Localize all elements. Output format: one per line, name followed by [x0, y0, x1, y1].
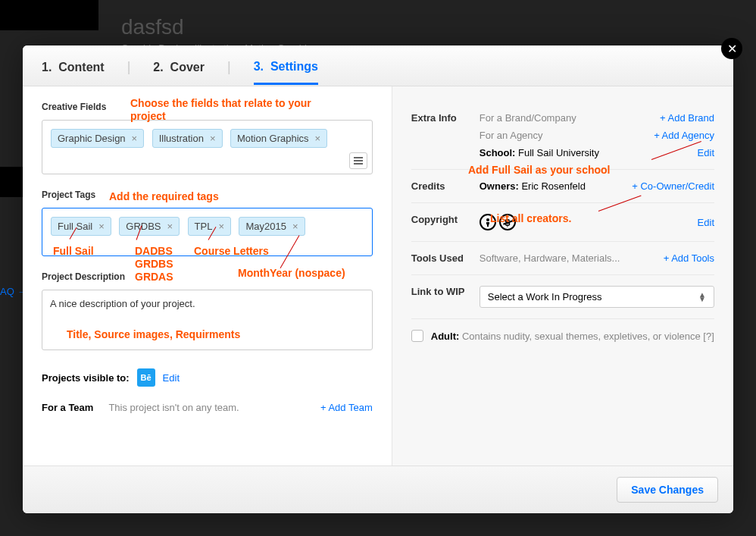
description-input[interactable] — [42, 290, 373, 350]
remove-icon[interactable]: × — [210, 133, 216, 144]
tools-label: Tools Used — [411, 252, 480, 264]
right-column: Extra Info For a Brand/Company + Add Bra… — [392, 86, 733, 465]
team-row: For a Team This project isn't on any tea… — [42, 402, 373, 413]
visible-label: Projects visible to: — [42, 372, 130, 384]
adult-checkbox[interactable] — [411, 330, 423, 342]
tag-motion-graphics[interactable]: Motion Graphics × — [230, 129, 327, 148]
step-separator: | — [227, 59, 231, 75]
remove-icon[interactable]: × — [98, 221, 105, 232]
edit-school-link[interactable]: Edit — [698, 147, 714, 158]
add-credit-link[interactable]: + Co-Owner/Credit — [632, 180, 714, 192]
wip-select[interactable]: Select a Work In Progress ▲▼ — [480, 286, 714, 308]
credits-label: Credits — [411, 180, 480, 192]
team-label: For a Team — [42, 402, 93, 413]
tag-graphic-design[interactable]: Graphic Design × — [51, 129, 144, 148]
modal-header: 1. Content | 2. Cover | 3. Settings — [23, 45, 733, 86]
list-icon[interactable] — [349, 152, 367, 169]
creative-fields-box[interactable]: Graphic Design × Illustration × Motion G… — [42, 120, 373, 174]
adult-row: Adult: Contains nudity, sexual themes, e… — [411, 319, 714, 342]
tab-content[interactable]: 1. Content — [42, 61, 105, 74]
project-tags-label: Project Tags — [42, 190, 373, 200]
modal-footer: Save Changes — [23, 465, 733, 513]
chevron-updown-icon: ▲▼ — [698, 293, 706, 302]
agency-text: For an Agency — [480, 130, 543, 141]
tag-may2015[interactable]: May2015 × — [239, 217, 305, 236]
tab-cover[interactable]: 2. Cover — [153, 61, 205, 74]
remove-icon[interactable]: × — [167, 221, 173, 232]
add-agency-link[interactable]: + Add Agency — [654, 130, 714, 141]
tag-full-sail[interactable]: Full Sail × — [51, 217, 111, 236]
edit-visibility-link[interactable]: Edit — [163, 372, 180, 384]
tag-grdbs[interactable]: GRDBS × — [119, 217, 180, 236]
adult-text: Adult: Contains nudity, sexual themes, e… — [431, 331, 714, 342]
team-text: This project isn't on any team. — [108, 402, 239, 413]
bg-sidebar-block — [0, 0, 98, 30]
cc-icons: $ — [480, 214, 516, 230]
tab-settings[interactable]: 3. Settings — [254, 60, 318, 85]
settings-modal: 1. Content | 2. Cover | 3. Settings Crea… — [23, 45, 733, 513]
svg-point-0 — [486, 218, 489, 221]
add-tools-link[interactable]: + Add Tools — [664, 252, 714, 264]
tools-row: Tools Used Software, Hardware, Materials… — [411, 242, 714, 275]
remove-icon[interactable]: × — [218, 221, 224, 232]
close-button[interactable]: ✕ — [721, 38, 742, 59]
tag-tpl[interactable]: TPL × — [188, 217, 231, 236]
tools-text: Software, Hardware, Materials... — [480, 252, 620, 264]
copyright-row: Copyright $ Edit — [411, 203, 714, 242]
brand-text: For a Brand/Company — [480, 112, 576, 124]
project-tags-box[interactable]: Full Sail × GRDBS × TPL × May2015 × — [42, 208, 373, 256]
close-icon: ✕ — [727, 42, 737, 56]
save-button[interactable]: Save Changes — [617, 477, 718, 503]
extra-info-label: Extra Info — [411, 112, 480, 158]
description-label: Project Description — [42, 271, 373, 282]
owners-info: Owners: Eric Rosenfeld — [480, 180, 586, 192]
wip-label: Link to WIP — [411, 286, 480, 308]
add-team-link[interactable]: + Add Team — [320, 402, 373, 413]
visibility-row: Projects visible to: Bē Edit — [42, 368, 373, 387]
step-separator: | — [127, 59, 131, 75]
remove-icon[interactable]: × — [292, 221, 298, 232]
modal-body: Creative Fields Graphic Design × Illustr… — [23, 86, 733, 465]
credits-row: Credits Owners: Eric Rosenfeld + Co-Owne… — [411, 170, 714, 203]
creative-fields-label: Creative Fields — [42, 102, 373, 112]
remove-icon[interactable]: × — [132, 133, 138, 144]
cc-noncommercial-icon: $ — [499, 214, 516, 230]
wip-row: Link to WIP Select a Work In Progress ▲▼ — [411, 275, 714, 319]
cc-attribution-icon — [480, 214, 496, 230]
school-info: School: Full Sail University — [480, 147, 599, 158]
bg-title: dasfsd — [121, 15, 733, 39]
extra-info-row: Extra Info For a Brand/Company + Add Bra… — [411, 102, 714, 170]
remove-icon[interactable]: × — [315, 133, 321, 144]
edit-copyright-link[interactable]: Edit — [698, 217, 714, 228]
tag-illustration[interactable]: Illustration × — [152, 129, 223, 148]
left-column: Creative Fields Graphic Design × Illustr… — [23, 86, 392, 465]
copyright-label: Copyright — [411, 214, 480, 230]
add-brand-link[interactable]: + Add Brand — [660, 112, 714, 124]
behance-icon[interactable]: Bē — [137, 368, 155, 387]
